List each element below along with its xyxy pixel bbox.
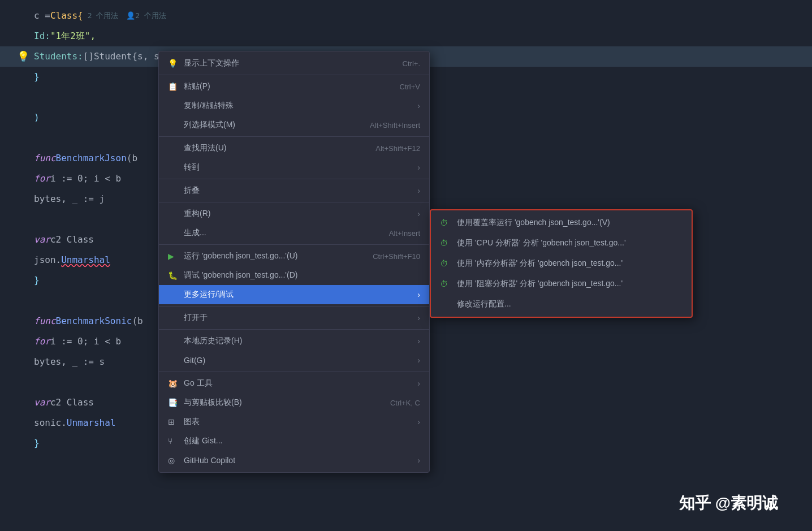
menu-label-fold: 折叠 [184,185,200,196]
submenu-item-memory-profiler[interactable]: ⏱ 使用 '内存分析器' 分析 'gobench json_test.go...… [431,253,692,274]
code-id-field: Id: [34,26,50,46]
menu-item-git[interactable]: Git(G) › [159,351,429,370]
diagram-icon: ⊞ [168,417,179,426]
code-var-c2-sonic: c2 Class [50,392,94,413]
menu-item-fold[interactable]: 折叠 › [159,181,429,200]
menu-label-find-usages: 查找用法(U) [184,143,226,153]
submenu-label-block-profiler: 使用 '阻塞分析器' 分析 'gobench json_test.go...' [457,279,623,289]
code-json-pkg: json. [34,250,61,270]
menu-item-compare-clipboard[interactable]: 📑 与剪贴板比较(B) Ctrl+K, C [159,393,429,412]
shortcut-show-context-actions: Ctrl+. [403,59,420,68]
menu-label-create-gist: 创建 Gist... [184,436,222,446]
submenu-item-block-profiler[interactable]: ⏱ 使用 '阻塞分析器' 分析 'gobench json_test.go...… [431,274,692,294]
code-benchmarkjson-fn: BenchmarkJson [56,148,127,169]
menu-item-more-run-debug[interactable]: 更多运行/调试 › [159,285,429,304]
arrow-diagram: › [417,417,420,426]
menu-separator-7 [159,372,429,372]
watermark-text: 知乎 @素明诚 [679,494,778,512]
code-benchmarksonic-param: (b [132,311,142,331]
block-profiler-icon: ⏱ [440,279,452,288]
code-for-expr1: i := 0; i < b [50,169,121,189]
submenu-item-modify-run-config[interactable]: 修改运行配置... [431,294,692,314]
arrow-fold: › [417,186,420,195]
shortcut-compare-clipboard: Ctrl+K, C [390,399,420,407]
arrow-open-in: › [417,313,420,322]
menu-item-paste[interactable]: 📋 粘贴(P) Ctrl+V [159,77,429,96]
code-close-paren: ) [34,107,40,128]
menu-separator-6 [159,329,429,330]
copilot-icon: ◎ [168,456,179,465]
submenu-item-cpu-profiler[interactable]: ⏱ 使用 'CPU 分析器' 分析 'gobench json_test.go.… [431,233,692,253]
code-class-kw: Class{ [50,6,83,26]
arrow-goto: › [417,163,420,172]
memory-profiler-icon: ⏱ [440,259,452,268]
code-line-id: Id: "1年2班", [0,26,812,46]
menu-label-go-tools: Go 工具 [184,378,213,388]
go-tools-icon: 🐹 [168,379,179,388]
lightbulb-icon[interactable]: 💡 [17,46,29,67]
submenu-item-run-with-coverage[interactable]: ⏱ 使用覆盖率运行 'gobench json_test.go...'(V) [431,213,692,233]
menu-separator-3 [159,202,429,202]
menu-label-open-in: 打开于 [184,313,208,323]
menu-label-column-select: 列选择模式(M) [184,120,235,130]
menu-separator-4 [159,244,429,245]
code-line-class-header: c = Class{ 2 个用法 👤 2 个用法 [0,6,812,26]
menu-item-diagram[interactable]: ⊞ 图表 › [159,412,429,431]
menu-item-refactor[interactable]: 重构(R) › [159,204,429,223]
menu-item-create-gist[interactable]: ⑂ 创建 Gist... [159,431,429,451]
code-unmarshal-method: Unmarshal [61,250,110,270]
code-var-kw2: var [34,392,50,413]
code-func-kw2: func [34,311,56,331]
code-func-kw1: func [34,148,56,169]
menu-item-go-tools[interactable]: 🐹 Go 工具 › [159,374,429,393]
menu-separator-2 [159,179,429,179]
run-icon: ▶ [168,252,179,261]
lightbulb-menu-icon: 💡 [168,59,179,68]
menu-label-refactor: 重构(R) [184,209,210,219]
menu-label-debug: 调试 'gobench json_test.go...'(D) [184,270,297,280]
menu-label-local-history: 本地历史记录(H) [184,336,242,346]
code-bytes1: bytes, _ := j [34,189,105,209]
shortcut-find-usages: Alt+Shift+F12 [375,144,420,153]
github-icon: ⑂ [168,437,179,446]
compare-clipboard-icon: 📑 [168,398,179,407]
code-var-kw1: var [34,230,50,250]
code-for-expr2: i := 0; i < b [50,331,121,352]
menu-item-github-copilot[interactable]: ◎ GitHub Copilot › [159,451,429,470]
menu-item-find-usages[interactable]: 查找用法(U) Alt+Shift+F12 [159,139,429,158]
menu-item-show-context-actions[interactable]: 💡 显示上下文操作 Ctrl+. [159,54,429,73]
code-for-kw1: for [34,169,50,189]
code-id-value: "1年2班", [50,26,96,46]
shortcut-generate: Alt+Insert [389,229,420,238]
code-for-kw2: for [34,331,50,352]
code-sonic-unmarshal-method: Unmarshal [67,413,116,433]
shortcut-paste: Ctrl+V [400,83,420,91]
submenu-label-modify-run-config: 修改运行配置... [457,299,511,309]
menu-item-generate[interactable]: 生成... Alt+Insert [159,223,429,243]
code-bytes2: bytes, _ := s [34,352,105,372]
code-var-c2: c2 Class [50,230,94,250]
menu-item-debug[interactable]: 🐛 调试 'gobench json_test.go...'(D) [159,266,429,285]
arrow-go-tools: › [417,379,420,388]
submenu-more-run-debug: ⏱ 使用覆盖率运行 'gobench json_test.go...'(V) ⏱… [430,209,693,318]
submenu-label-cpu-profiler: 使用 'CPU 分析器' 分析 'gobench json_test.go...… [457,238,626,248]
menu-label-goto: 转到 [184,162,200,172]
code-usage-hint: 2 个用法 [88,6,119,26]
arrow-git: › [417,356,420,365]
code-c-equals: c = [34,6,50,26]
menu-separator-5 [159,306,429,306]
menu-separator-0 [159,75,429,75]
menu-item-goto[interactable]: 转到 › [159,158,429,177]
menu-item-open-in[interactable]: 打开于 › [159,308,429,327]
arrow-copy-paste-special: › [417,101,420,110]
menu-item-local-history[interactable]: 本地历史记录(H) › [159,331,429,351]
arrow-more-run: › [417,290,420,299]
menu-item-copy-paste-special[interactable]: 复制/粘贴特殊 › [159,96,429,115]
cpu-profiler-icon: ⏱ [440,239,452,248]
code-close-brace3: } [34,433,40,454]
menu-item-run[interactable]: ▶ 运行 'gobench json_test.go...'(U) Ctrl+S… [159,247,429,266]
watermark: 知乎 @素明诚 [679,493,778,514]
code-students-field: Students: [34,46,83,67]
menu-item-column-select[interactable]: 列选择模式(M) Alt+Shift+Insert [159,115,429,135]
menu-label-compare-clipboard: 与剪贴板比较(B) [184,398,242,408]
